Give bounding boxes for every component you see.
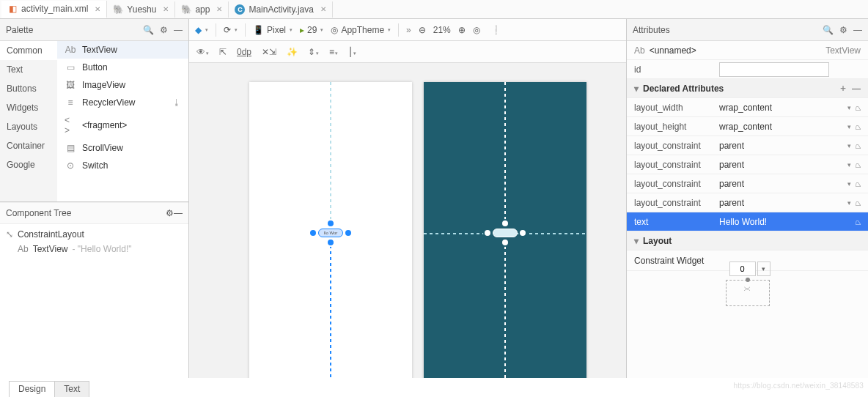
chevron-down-icon[interactable]: ▾ [847, 199, 851, 207]
attr-row-constraint[interactable]: layout_constraintparent▾⏢ [627, 136, 868, 155]
design-canvas[interactable]: llo Wor [189, 63, 626, 378]
constraint-handle[interactable] [501, 238, 510, 247]
widget-button[interactable]: ▭Button [57, 59, 188, 76]
component-tree-title: Component Tree [6, 208, 166, 218]
declared-attributes-header[interactable]: ▾ Declared Attributes ＋— [627, 79, 868, 98]
flag-icon[interactable]: ⏢ [856, 160, 861, 170]
widget-scrollview[interactable]: ▤ScrollView [57, 139, 188, 157]
widget-textview[interactable]: AbTextView [57, 41, 188, 59]
constraint-anchor[interactable] [746, 278, 750, 282]
chevron-down-icon[interactable]: ▾ [847, 180, 851, 188]
minimize-icon[interactable]: — [853, 25, 862, 35]
chevron-down-icon[interactable]: ▾ [847, 142, 851, 149]
theme-select[interactable]: ◎AppTheme▾ [331, 25, 391, 35]
constraint-handle[interactable] [483, 229, 492, 237]
design-surface[interactable]: llo Wor [249, 82, 412, 378]
margin-top-input[interactable] [729, 261, 756, 276]
minimize-icon[interactable]: — [174, 208, 183, 218]
flag-icon[interactable]: ⏢ [856, 141, 861, 151]
attr-row-constraint[interactable]: layout_constraintparent▾⏢ [627, 155, 868, 174]
warnings-icon[interactable]: ❕ [490, 25, 501, 35]
guideline-button[interactable]: ⎮▾ [348, 47, 356, 57]
chevron-down-icon[interactable]: ▾ [847, 104, 851, 111]
flag-icon[interactable]: ⏢ [856, 217, 861, 227]
cat-buttons[interactable]: Buttons [0, 79, 57, 98]
flag-icon[interactable]: ⏢ [856, 122, 861, 132]
search-icon[interactable]: 🔍 [143, 25, 154, 35]
attr-row-constraint[interactable]: layout_constraintparent▾⏢ [627, 193, 868, 212]
widget-imageview[interactable]: 🖼ImageView [57, 76, 188, 94]
attr-row-layout-height[interactable]: layout_heightwrap_content▾⏢ [627, 117, 868, 136]
tab-text[interactable]: Text [54, 381, 89, 397]
close-icon[interactable]: ✕ [216, 5, 222, 13]
add-icon[interactable]: ＋ [839, 82, 847, 94]
attr-row-layout-width[interactable]: layout_widthwrap_content▾⏢ [627, 98, 868, 117]
constraint-handle[interactable] [344, 229, 353, 237]
tree-root[interactable]: ⤡ ConstraintLayout [1, 227, 187, 242]
layout-section-header[interactable]: ▾ Layout [627, 231, 868, 251]
tab-app[interactable]: 🐘 app ✕ [175, 1, 229, 18]
close-icon[interactable]: ✕ [163, 5, 169, 13]
pack-button[interactable]: ⇕▾ [308, 47, 319, 57]
zoom-fit-button[interactable]: ◎ [473, 25, 480, 35]
chevron-down-icon[interactable]: ▾ [847, 161, 851, 168]
gear-icon[interactable]: ⚙ [839, 25, 847, 35]
clear-constraints-icon[interactable]: ✕⇲ [262, 47, 276, 57]
gear-icon[interactable]: ⚙ [166, 208, 174, 218]
close-icon[interactable]: ✕ [320, 5, 326, 13]
tab-yueshu[interactable]: 🐘 Yueshu ✕ [107, 1, 175, 18]
infer-constraints-icon[interactable]: ✨ [287, 47, 298, 57]
constraint-handle[interactable] [309, 229, 317, 237]
remove-icon[interactable]: — [852, 84, 861, 94]
margin-dropdown[interactable]: ▾ [757, 261, 770, 276]
constraint-widget[interactable]: ▾ ⩙ [627, 271, 868, 315]
device-select[interactable]: 📱Pixel▾ [253, 25, 293, 35]
blueprint-textview[interactable] [489, 226, 521, 240]
api-select[interactable]: ▸29▾ [300, 25, 323, 35]
cat-layouts[interactable]: Layouts [0, 117, 57, 136]
surface-select-button[interactable]: ◆▾ [195, 25, 208, 35]
cat-containers[interactable]: Container [0, 136, 57, 155]
textview-preview: llo Wor [318, 229, 343, 237]
tab-design[interactable]: Design [9, 381, 55, 397]
tab-mainactivity[interactable]: C MainActivity.java ✕ [229, 1, 332, 18]
constraint-handle[interactable] [326, 219, 335, 228]
chevron-down-icon[interactable]: ▾ [847, 123, 851, 130]
cat-google[interactable]: Google [0, 155, 57, 174]
autoconnect-icon[interactable]: ⇱ [219, 47, 227, 57]
flag-icon[interactable]: ⏢ [856, 103, 861, 113]
attr-row-constraint[interactable]: layout_constraintparent▾⏢ [627, 174, 868, 193]
tab-activity-main[interactable]: ◧ activity_main.xml ✕ [1, 1, 107, 18]
cat-common[interactable]: Common [0, 41, 57, 60]
flag-icon[interactable]: ⏢ [856, 179, 861, 189]
search-icon[interactable]: 🔍 [823, 25, 834, 35]
orientation-button[interactable]: ⟳▾ [224, 25, 238, 35]
gear-icon[interactable]: ⚙ [160, 25, 168, 35]
download-icon[interactable]: ⭳ [172, 97, 181, 108]
design-toolbar-secondary: 👁▾ ⇱ 0dp ✕⇲ ✨ ⇕▾ ≡▾ ⎮▾ [189, 41, 626, 63]
selected-textview[interactable]: llo Wor [315, 226, 347, 240]
widget-switch[interactable]: ⊙Switch [57, 157, 188, 174]
widget-recyclerview[interactable]: ≡RecyclerView⭳ [57, 94, 188, 111]
close-icon[interactable]: ✕ [95, 5, 100, 13]
constraint-widget-inner[interactable]: ▾ ⩙ [726, 280, 770, 306]
attr-row-text[interactable]: textHello World!⏢ [627, 212, 868, 231]
cat-text[interactable]: Text [0, 60, 57, 79]
view-options-button[interactable]: 👁▾ [196, 47, 209, 57]
constraint-handle[interactable] [326, 238, 335, 247]
tree-child-textview[interactable]: Ab TextView - "Hello World!" [1, 242, 187, 256]
minimize-icon[interactable]: — [174, 25, 183, 35]
cat-widgets[interactable]: Widgets [0, 98, 57, 117]
default-margin[interactable]: 0dp [237, 47, 251, 57]
blueprint-surface[interactable] [424, 82, 586, 378]
align-button[interactable]: ≡▾ [329, 47, 338, 57]
zoom-in-button[interactable]: ⊕ [458, 25, 466, 35]
constraint-handle[interactable] [501, 219, 510, 228]
overflow-icon[interactable]: » [406, 25, 411, 35]
flag-icon[interactable]: ⏢ [856, 198, 861, 208]
id-input[interactable] [719, 62, 829, 77]
zoom-out-button[interactable]: ⊖ [419, 25, 426, 35]
tab-label: Yueshu [127, 4, 156, 15]
widget-fragment[interactable]: < ><fragment> [57, 111, 188, 139]
constraint-handle[interactable] [518, 229, 527, 237]
